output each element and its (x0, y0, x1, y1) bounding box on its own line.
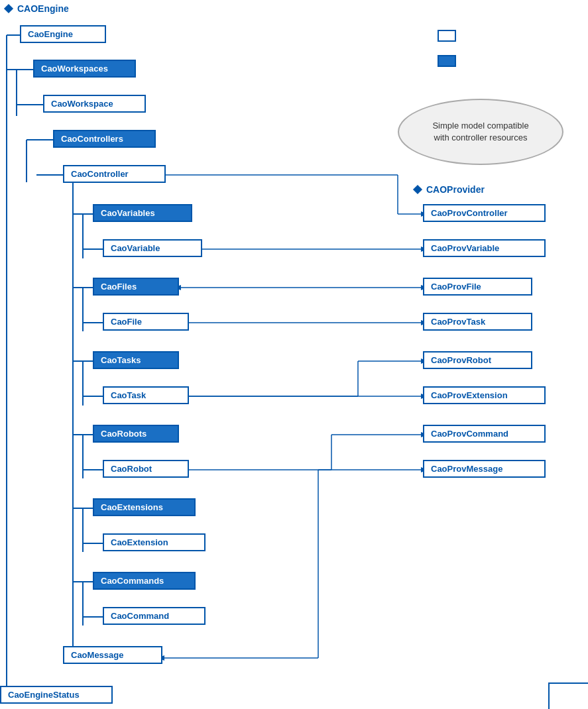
box-CaoProvMessage-label: CaoProvMessage (431, 464, 502, 474)
box-CaoCommands: CaoCommands (93, 572, 196, 590)
diagram-container: CAOEngine Simple model compatiblewith co… (0, 0, 588, 709)
box-CaoProvTask-label: CaoProvTask (431, 317, 485, 327)
box-CaoExtension: CaoExtension (103, 533, 206, 551)
box-CaoFiles: CaoFiles (93, 278, 179, 296)
caoprovider-title-text: CAOProvider (426, 184, 485, 195)
box-CaoProvMessage: CaoProvMessage (423, 460, 546, 478)
box-CaoTask: CaoTask (103, 386, 189, 404)
box-CaoWorkspaces-label: CaoWorkspaces (41, 64, 108, 74)
box-CaoExtensions-label: CaoExtensions (101, 502, 163, 512)
box-CaoProvCommand-label: CaoProvCommand (431, 429, 508, 439)
box-CaoProvExtension: CaoProvExtension (423, 386, 546, 404)
speech-bubble-text: Simple model compatiblewith controller r… (432, 120, 528, 144)
diamond-icon-2 (413, 185, 422, 194)
box-CaoEngineStatus: CaoEngineStatus (0, 686, 113, 704)
legend-filled (438, 55, 456, 67)
box-CaoMessage-label: CaoMessage (71, 650, 123, 660)
box-CaoFile: CaoFile (103, 313, 189, 331)
box-CaoCommand: CaoCommand (103, 607, 206, 625)
box-CaoProvCommand: CaoProvCommand (423, 425, 546, 443)
box-CaoTasks: CaoTasks (93, 351, 179, 369)
box-CaoEngine: CaoEngine (20, 25, 106, 43)
box-CaoRobot-label: CaoRobot (111, 464, 152, 474)
bottom-right-box-partial (548, 682, 588, 709)
caoengine-title-text: CAOEngine (17, 3, 69, 14)
box-CaoRobots: CaoRobots (93, 425, 179, 443)
box-CaoControllers-label: CaoControllers (61, 134, 123, 144)
box-CaoProvController: CaoProvController (423, 204, 546, 222)
box-CaoProvRobot-label: CaoProvRobot (431, 355, 491, 365)
speech-bubble: Simple model compatiblewith controller r… (398, 99, 563, 165)
box-CaoCommand-label: CaoCommand (111, 611, 169, 621)
caoengine-title: CAOEngine (5, 3, 69, 14)
box-CaoProvTask: CaoProvTask (423, 313, 532, 331)
box-CaoProvController-label: CaoProvController (431, 208, 508, 218)
box-CaoControllers: CaoControllers (53, 130, 156, 148)
box-CaoEngine-label: CaoEngine (28, 29, 73, 39)
box-CaoRobots-label: CaoRobots (101, 429, 147, 439)
legend-empty (438, 30, 456, 42)
box-CaoProvFile-label: CaoProvFile (431, 282, 481, 292)
box-CaoVariable: CaoVariable (103, 239, 202, 257)
box-CaoFiles-label: CaoFiles (101, 282, 137, 292)
box-CaoExtensions: CaoExtensions (93, 498, 196, 516)
box-CaoProvFile: CaoProvFile (423, 278, 532, 296)
caoprovider-title: CAOProvider (414, 184, 485, 195)
legend-box-empty (438, 30, 456, 42)
box-CaoProvVariable-label: CaoProvVariable (431, 243, 499, 253)
legend-box-filled (438, 55, 456, 67)
box-CaoTask-label: CaoTask (111, 390, 146, 400)
box-CaoVariable-label: CaoVariable (111, 243, 160, 253)
box-CaoWorkspace: CaoWorkspace (43, 95, 146, 113)
box-CaoTasks-label: CaoTasks (101, 355, 141, 365)
box-CaoFile-label: CaoFile (111, 317, 142, 327)
box-CaoProvVariable: CaoProvVariable (423, 239, 546, 257)
box-CaoController-label: CaoController (71, 169, 129, 179)
box-CaoProvExtension-label: CaoProvExtension (431, 390, 508, 400)
box-CaoCommands-label: CaoCommands (101, 576, 164, 586)
box-CaoWorkspaces: CaoWorkspaces (33, 60, 136, 78)
box-CaoProvRobot: CaoProvRobot (423, 351, 532, 369)
box-CaoExtension-label: CaoExtension (111, 537, 168, 547)
diamond-icon (4, 4, 13, 13)
box-CaoVariables: CaoVariables (93, 204, 192, 222)
box-CaoVariables-label: CaoVariables (101, 208, 155, 218)
box-CaoEngineStatus-label: CaoEngineStatus (8, 690, 80, 700)
box-CaoMessage: CaoMessage (63, 646, 162, 664)
box-CaoRobot: CaoRobot (103, 460, 189, 478)
box-CaoWorkspace-label: CaoWorkspace (51, 99, 113, 109)
box-CaoController: CaoController (63, 165, 166, 183)
